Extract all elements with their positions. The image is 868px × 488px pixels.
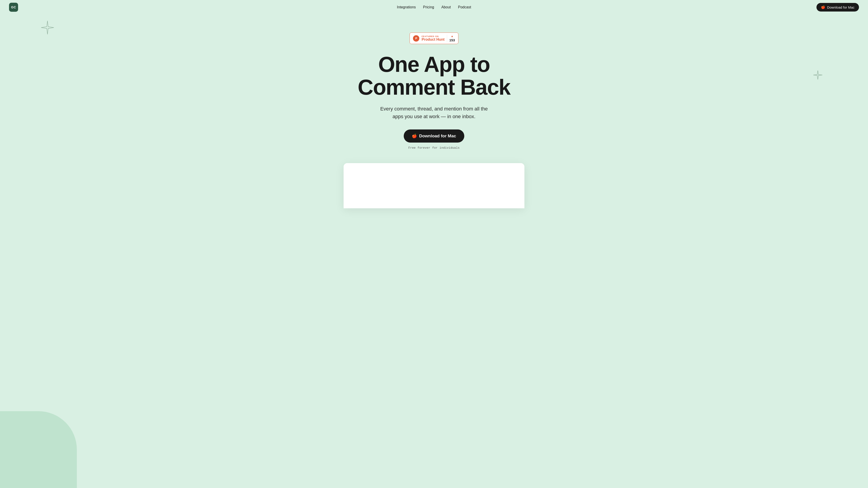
hero-title-line2: Comment Back — [358, 75, 510, 99]
product-hunt-logo: P — [413, 35, 419, 41]
product-hunt-number: 153 — [450, 38, 455, 42]
apple-icon: 🍎 — [821, 5, 825, 9]
nav-links: Integrations Pricing About Podcast — [397, 5, 471, 9]
product-hunt-text: FEATURED ON Product Hunt — [422, 35, 444, 41]
product-hunt-arrow-icon: ▲ — [451, 35, 454, 38]
logo-link[interactable]: GC — [9, 3, 18, 12]
nav-integrations[interactable]: Integrations — [397, 5, 416, 9]
product-hunt-featured-label: FEATURED ON — [422, 35, 438, 37]
app-preview-section — [0, 163, 868, 208]
nav-pricing[interactable]: Pricing — [423, 5, 434, 9]
hero-section: P FEATURED ON Product Hunt ▲ 153 One App… — [0, 0, 868, 488]
nav-podcast[interactable]: Podcast — [458, 5, 471, 9]
sparkle-right-decoration — [813, 70, 823, 82]
logo-mark: GC — [9, 3, 18, 12]
hero-subtitle: Every comment, thread, and mention from … — [375, 105, 493, 121]
nav-about[interactable]: About — [441, 5, 451, 9]
decorative-blob — [0, 411, 77, 488]
hero-content: P FEATURED ON Product Hunt ▲ 153 One App… — [353, 14, 515, 163]
product-hunt-badge[interactable]: P FEATURED ON Product Hunt ▲ 153 — [410, 33, 458, 44]
sparkle-left-decoration — [41, 20, 54, 37]
hero-download-label: Download for Mac — [419, 133, 456, 138]
product-hunt-divider — [447, 35, 447, 42]
nav-download-button[interactable]: 🍎 Download for Mac — [816, 3, 859, 11]
navbar: GC Integrations Pricing About Podcast 🍎 … — [0, 0, 868, 14]
hero-download-button[interactable]: 🍎 Download for Mac — [404, 129, 464, 142]
hero-title-line1: One App to — [378, 52, 490, 76]
app-preview-card — [344, 163, 524, 208]
hero-fine-print: Free forever for individuals — [408, 146, 460, 150]
product-hunt-count: ▲ 153 — [450, 35, 455, 42]
hero-apple-icon: 🍎 — [412, 133, 417, 138]
product-hunt-name: Product Hunt — [422, 37, 444, 41]
hero-title: One App to Comment Back — [358, 53, 510, 99]
nav-download-label: Download for Mac — [827, 5, 855, 9]
